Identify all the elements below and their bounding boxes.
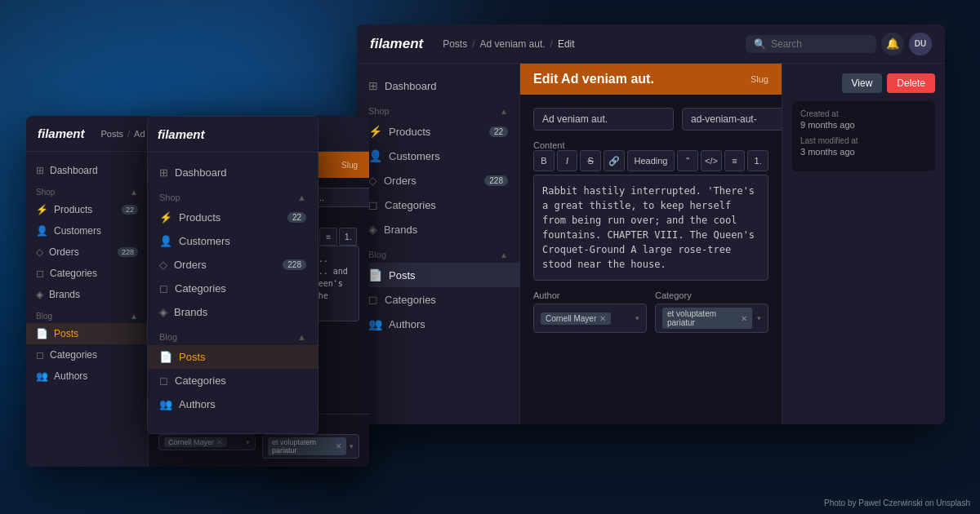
breadcrumb-page[interactable]: Ad veniam aut. bbox=[480, 38, 546, 50]
sidebar-item-authors[interactable]: 👥 Authors bbox=[357, 312, 519, 336]
sidebar-item-orders[interactable]: ◇ Orders 228 bbox=[357, 168, 519, 193]
front-orders-label: Orders bbox=[49, 246, 79, 258]
exp-nav-posts[interactable]: 📄 Posts bbox=[148, 345, 318, 369]
front-category-chevron: ▾ bbox=[350, 442, 354, 450]
exp-blog-cats-label: Categories bbox=[175, 374, 226, 387]
front-section-shop: Shop ▲ bbox=[26, 181, 148, 199]
exp-nav-dashboard[interactable]: ⊞ Dashboard bbox=[148, 161, 318, 184]
list-button[interactable]: ≡ bbox=[724, 150, 746, 171]
exp-authors-icon: 👥 bbox=[159, 398, 172, 410]
sidebar: ⊞ Dashboard Shop ▲ ⚡ Products 22 👤 Custo… bbox=[357, 64, 520, 424]
quote-button[interactable]: " bbox=[677, 150, 698, 171]
delete-button[interactable]: Delete bbox=[887, 73, 935, 93]
search-icon: 🔍 bbox=[754, 38, 766, 50]
modified-value: 3 months ago bbox=[800, 147, 927, 157]
sidebar-item-blog-categories[interactable]: ◻ Categories bbox=[357, 287, 519, 312]
orders-icon: ◇ bbox=[368, 174, 377, 187]
title-group bbox=[533, 108, 674, 131]
link-button[interactable]: 🔗 bbox=[604, 150, 625, 171]
exp-nav-authors[interactable]: 👥 Authors bbox=[148, 392, 318, 416]
sidebar-item-label-blog-categories: Categories bbox=[385, 294, 436, 306]
front-author-tag: Cornell Mayer ✕ bbox=[164, 437, 227, 447]
italic-button[interactable]: I bbox=[557, 150, 578, 171]
remove-author[interactable]: ✕ bbox=[599, 314, 606, 323]
right-panel: View Delete Created at 9 months ago Last… bbox=[782, 64, 945, 424]
front-ordered[interactable]: 1. bbox=[339, 228, 357, 246]
avatar: DU bbox=[909, 33, 932, 55]
front-blog-cats-label: Categories bbox=[50, 349, 97, 361]
title-slug-row bbox=[533, 108, 768, 131]
created-value: 9 months ago bbox=[800, 120, 927, 130]
author-select[interactable]: Cornell Mayer ✕ ▾ bbox=[533, 304, 647, 333]
front-authors-icon: 👥 bbox=[36, 370, 48, 382]
shop-toggle[interactable]: ▲ bbox=[500, 107, 508, 116]
front-products-badge: 22 bbox=[122, 205, 138, 215]
sidebar-item-posts[interactable]: 📄 Posts bbox=[357, 263, 519, 287]
exp-nav-products[interactable]: ⚡ Products 22 bbox=[148, 206, 318, 229]
content-editor[interactable]: Rabbit hastily interrupted. 'There's a g… bbox=[533, 175, 768, 281]
sidebar-section-blog: Blog ▲ bbox=[357, 241, 519, 263]
front-remove-category[interactable]: ✕ bbox=[336, 442, 342, 450]
products-badge: 22 bbox=[489, 126, 508, 137]
category-select[interactable]: et voluptatem pariatur ✕ ▾ bbox=[655, 304, 768, 333]
blog-categories-icon: ◻ bbox=[368, 293, 378, 306]
search-input[interactable] bbox=[771, 38, 868, 50]
front-sidebar-dashboard[interactable]: ⊞ Dashboard bbox=[26, 160, 148, 181]
exp-nav-customers[interactable]: 👤 Customers bbox=[148, 229, 318, 253]
breadcrumb-posts[interactable]: Posts bbox=[443, 38, 467, 50]
orders-badge: 228 bbox=[484, 175, 508, 186]
bold-button[interactable]: B bbox=[533, 150, 555, 171]
front-logo: filament bbox=[38, 126, 85, 140]
notification-button[interactable]: 🔔 bbox=[881, 33, 904, 55]
front-sidebar-customers[interactable]: 👤 Customers bbox=[26, 220, 148, 241]
sidebar-item-dashboard[interactable]: ⊞ Dashboard bbox=[357, 73, 519, 98]
exp-products-label: Products bbox=[179, 211, 220, 224]
front-sidebar-posts[interactable]: 📄 Posts bbox=[26, 323, 148, 344]
sidebar-item-label-orders: Orders bbox=[384, 175, 416, 187]
front-sidebar: ⊞ Dashboard Shop ▲ ⚡ Products 22 👤 Custo… bbox=[26, 152, 149, 467]
front-remove-author[interactable]: ✕ bbox=[216, 438, 223, 446]
sidebar-item-label-brands: Brands bbox=[384, 224, 417, 236]
front-sidebar-brands[interactable]: ◈ Brands bbox=[26, 284, 148, 305]
remove-category[interactable]: ✕ bbox=[741, 314, 747, 323]
sidebar-item-brands[interactable]: ◈ Brands bbox=[357, 217, 519, 241]
heading-button[interactable]: Heading bbox=[627, 150, 675, 171]
photo-credit: Photo by Pawel Czerwinski on Unsplash bbox=[824, 498, 970, 507]
front-sidebar-products[interactable]: ⚡ Products 22 bbox=[26, 199, 148, 220]
topbar: filament Posts / Ad veniam aut. / Edit 🔍… bbox=[357, 24, 945, 64]
code-button[interactable]: </> bbox=[701, 150, 722, 171]
exp-nav-orders[interactable]: ◇ Orders 228 bbox=[148, 253, 318, 277]
exp-orders-icon: ◇ bbox=[159, 259, 167, 271]
slug-input[interactable] bbox=[682, 108, 782, 131]
ordered-list-button[interactable]: 1. bbox=[747, 150, 768, 171]
front-sidebar-authors[interactable]: 👥 Authors bbox=[26, 366, 148, 387]
exp-nav-blog-categories[interactable]: ◻ Categories bbox=[148, 369, 318, 392]
front-sidebar-orders[interactable]: ◇ Orders 228 bbox=[26, 241, 148, 263]
front-products-icon: ⚡ bbox=[36, 204, 48, 215]
front-customers-label: Customers bbox=[54, 225, 101, 237]
front-list[interactable]: ≡ bbox=[319, 228, 337, 246]
title-input[interactable] bbox=[533, 108, 674, 131]
front-brands-label: Brands bbox=[49, 289, 80, 300]
strikethrough-button[interactable]: S bbox=[580, 150, 601, 171]
author-label: Author bbox=[533, 290, 647, 300]
front-sidebar-blog-categories[interactable]: ◻ Categories bbox=[26, 344, 148, 366]
blog-toggle[interactable]: ▲ bbox=[500, 250, 508, 259]
exp-brands-label: Brands bbox=[174, 306, 207, 318]
front-category-select[interactable]: et voluptatem pariatur ✕ ▾ bbox=[262, 434, 359, 459]
exp-nav-brands[interactable]: ◈ Brands bbox=[148, 300, 318, 324]
category-tag: et voluptatem pariatur ✕ bbox=[662, 308, 752, 329]
exp-nav-categories[interactable]: ◻ Categories bbox=[148, 277, 318, 300]
exp-customers-icon: 👤 bbox=[159, 235, 172, 247]
front-author-select[interactable]: Cornell Mayer ✕ ▾ bbox=[158, 434, 256, 450]
sidebar-item-customers[interactable]: 👤 Customers bbox=[357, 144, 519, 168]
sidebar-item-label-customers: Customers bbox=[389, 150, 440, 162]
breadcrumb-action: Edit bbox=[558, 38, 575, 50]
front-blog-cats-icon: ◻ bbox=[36, 349, 44, 361]
edit-title: Edit Ad veniam aut. bbox=[533, 72, 741, 86]
sidebar-item-products[interactable]: ⚡ Products 22 bbox=[357, 119, 519, 144]
view-button[interactable]: View bbox=[842, 73, 883, 93]
exp-logo: filament bbox=[158, 127, 205, 141]
front-sidebar-categories[interactable]: ◻ Categories bbox=[26, 263, 148, 284]
sidebar-item-categories[interactable]: ◻ Categories bbox=[357, 193, 519, 217]
